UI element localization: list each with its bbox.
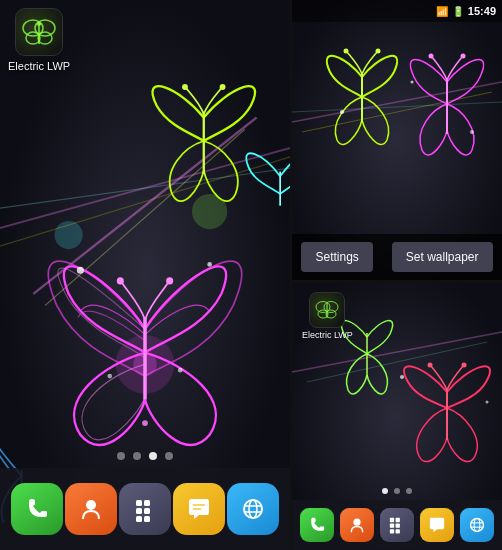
- settings-bar: Settings Set wallpaper: [292, 234, 502, 280]
- svg-point-49: [376, 49, 381, 54]
- rb-bottom-dock: [292, 500, 502, 550]
- svg-rect-33: [144, 508, 150, 514]
- svg-point-58: [324, 302, 338, 313]
- right-top-panel: 📶 🔋 15:49: [292, 0, 502, 280]
- svg-line-46: [292, 102, 502, 112]
- svg-rect-72: [390, 524, 394, 528]
- left-panel: Electric LWP: [0, 0, 290, 550]
- page-dot-3[interactable]: [149, 452, 157, 460]
- rb-page-dot-1[interactable]: [382, 488, 388, 494]
- panel-divider: [290, 0, 292, 550]
- svg-point-17: [166, 277, 173, 284]
- svg-point-69: [353, 519, 360, 526]
- svg-point-25: [220, 84, 226, 90]
- svg-line-45: [302, 92, 492, 132]
- rb-page-dot-2[interactable]: [394, 488, 400, 494]
- rb-dock-messages-icon[interactable]: [420, 508, 454, 542]
- rb-app-icon: [309, 292, 345, 328]
- rb-dock-apps-icon[interactable]: [380, 508, 414, 542]
- svg-point-16: [117, 277, 124, 284]
- svg-point-65: [462, 363, 467, 368]
- svg-point-76: [471, 519, 484, 532]
- svg-rect-29: [136, 500, 142, 506]
- svg-point-55: [470, 130, 474, 134]
- dock-messages-icon[interactable]: [173, 483, 225, 535]
- dock-browser-icon[interactable]: [227, 483, 279, 535]
- status-time: 15:49: [468, 5, 496, 17]
- dock-contacts-icon[interactable]: [65, 483, 117, 535]
- dock-phone-icon[interactable]: [11, 483, 63, 535]
- battery-icon: 🔋: [452, 6, 464, 17]
- right-top-butterflies: [292, 22, 502, 256]
- svg-rect-71: [396, 518, 400, 522]
- app-icon: [15, 8, 63, 56]
- svg-point-77: [474, 519, 480, 532]
- settings-button[interactable]: Settings: [301, 242, 372, 272]
- rb-app-label: Electric LWP: [302, 330, 353, 340]
- right-panel: 📶 🔋 15:49: [292, 0, 502, 550]
- rb-app-icon-area: Electric LWP: [302, 292, 353, 340]
- svg-point-21: [178, 368, 183, 373]
- svg-point-41: [249, 500, 257, 518]
- svg-rect-32: [136, 508, 142, 514]
- rb-dock-phone-icon[interactable]: [300, 508, 334, 542]
- svg-point-68: [486, 401, 489, 404]
- signal-icon: 📶: [436, 6, 448, 17]
- svg-rect-70: [390, 518, 394, 522]
- svg-point-40: [244, 500, 262, 518]
- dock-apps-icon[interactable]: [119, 483, 171, 535]
- svg-point-19: [207, 262, 212, 267]
- svg-line-62: [307, 342, 487, 382]
- svg-rect-35: [136, 516, 142, 522]
- svg-point-14: [55, 221, 83, 249]
- rb-dock-contacts-icon[interactable]: [340, 508, 374, 542]
- svg-rect-75: [396, 529, 400, 533]
- svg-point-51: [429, 54, 434, 59]
- svg-point-18: [77, 267, 84, 274]
- panel-divider-h: [290, 280, 502, 282]
- svg-point-20: [107, 374, 112, 379]
- svg-point-64: [428, 363, 433, 368]
- app-label: Electric LWP: [8, 60, 70, 72]
- svg-point-24: [182, 84, 188, 90]
- bottom-dock: [0, 468, 290, 550]
- rb-page-dot-3[interactable]: [406, 488, 412, 494]
- right-bottom-panel: Electric LWP: [292, 282, 502, 550]
- svg-line-7: [0, 153, 290, 247]
- status-bar: 📶 🔋 15:49: [292, 0, 502, 22]
- page-dot-2[interactable]: [133, 452, 141, 460]
- page-indicators: [117, 452, 173, 460]
- rb-page-indicators: [382, 488, 412, 494]
- app-icon-area: Electric LWP: [8, 8, 70, 72]
- svg-point-52: [461, 54, 466, 59]
- rb-dock-browser-icon[interactable]: [460, 508, 494, 542]
- svg-point-54: [411, 81, 414, 84]
- svg-point-48: [344, 49, 349, 54]
- page-dot-4[interactable]: [165, 452, 173, 460]
- svg-point-22: [142, 420, 148, 426]
- svg-point-5: [37, 22, 41, 26]
- svg-rect-36: [144, 516, 150, 522]
- svg-point-53: [340, 110, 344, 114]
- svg-point-28: [86, 500, 96, 510]
- page-dot-1[interactable]: [117, 452, 125, 460]
- svg-rect-74: [390, 529, 394, 533]
- svg-rect-30: [144, 500, 150, 506]
- svg-point-67: [400, 375, 404, 379]
- svg-line-44: [292, 82, 502, 122]
- svg-rect-73: [396, 524, 400, 528]
- set-wallpaper-button[interactable]: Set wallpaper: [392, 242, 493, 272]
